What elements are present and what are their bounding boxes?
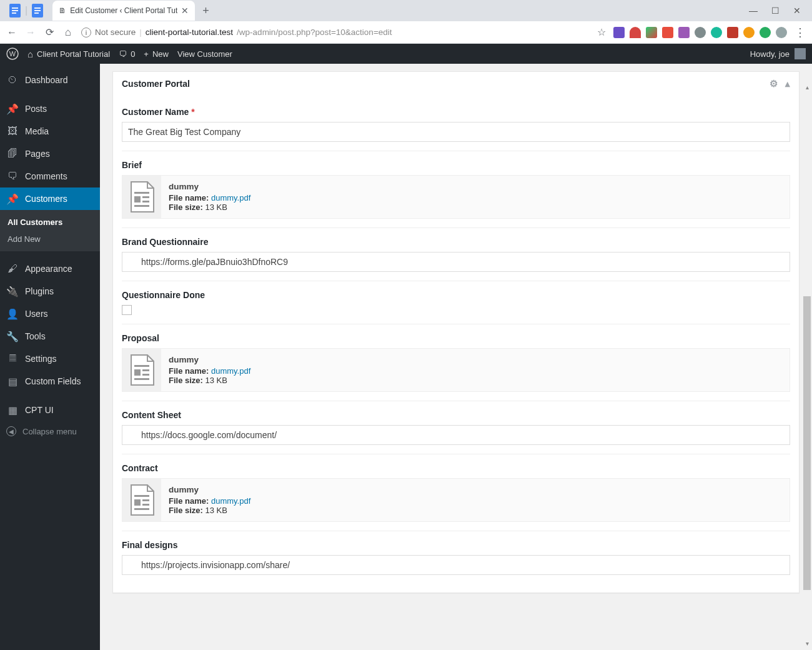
file-title: dummy [169, 182, 250, 191]
new-tab-button[interactable]: + [195, 4, 217, 18]
admin-bar-account[interactable]: Howdy, joe [750, 48, 806, 59]
address-bar-row: ← → ⟳ ⌂ i Not secure | client-portal-tut… [0, 21, 812, 44]
admin-sidebar: ⏲Dashboard 📌Posts 🖾Media 🗐Pages 🗨Comment… [0, 64, 100, 650]
field-label: Brief [122, 160, 790, 170]
file-link[interactable]: dummy.pdf [211, 193, 250, 202]
sliders-icon: 𝄜 [6, 352, 19, 365]
maximize-icon[interactable]: ☐ [771, 6, 780, 16]
address-bar[interactable]: i Not secure | client-portal-tutorial.te… [81, 28, 590, 38]
site-info-icon[interactable]: i [81, 28, 91, 38]
sidebar-item-label: Custom Fields [25, 376, 81, 386]
collapse-panel-icon[interactable]: ▴ [785, 78, 790, 89]
scroll-up-icon[interactable]: ▴ [802, 84, 812, 94]
field-content-sheet: Content Sheet [122, 401, 790, 454]
svg-rect-19 [134, 378, 149, 380]
extension-icon[interactable] [711, 27, 722, 38]
field-label: Final designs [122, 540, 790, 550]
file-title: dummy [169, 355, 250, 364]
scrollbar-thumb[interactable] [803, 296, 811, 590]
sidebar-item-label: Posts [25, 104, 47, 114]
sidebar-item-comments[interactable]: 🗨Comments [0, 165, 100, 188]
questionnaire-done-checkbox[interactable] [122, 305, 132, 315]
sidebar-item-label: Media [25, 126, 49, 136]
sidebar-item-label: Dashboard [25, 75, 68, 85]
back-icon[interactable]: ← [6, 27, 17, 38]
reload-icon[interactable]: ⟳ [44, 26, 55, 38]
field-label: Questionnaire Done [122, 290, 790, 300]
bookmark-star-icon[interactable]: ☆ [597, 26, 606, 38]
sidebar-item-posts[interactable]: 📌Posts [0, 98, 100, 120]
site-title: Client Portal Tutorial [37, 49, 110, 59]
scroll-down-icon[interactable]: ▾ [802, 640, 812, 650]
gear-icon[interactable]: ⚙ [770, 78, 778, 89]
extension-icon[interactable] [662, 27, 673, 38]
file-attachment[interactable]: dummy File name: dummy.pdf File size: 13… [122, 478, 790, 522]
close-tab-icon[interactable]: ✕ [181, 6, 189, 16]
plus-icon: + [144, 49, 149, 59]
sidebar-item-customers[interactable]: 📌Customers [0, 188, 100, 210]
extension-icon[interactable] [695, 27, 706, 38]
file-link[interactable]: dummy.pdf [211, 496, 250, 506]
field-proposal: Proposal dummy File name: dummy.pdf File… [122, 324, 790, 401]
view-customer-link[interactable]: View Customer [177, 49, 232, 59]
sidebar-item-media[interactable]: 🖾Media [0, 120, 100, 142]
svg-rect-23 [142, 504, 149, 506]
field-questionnaire-done: Questionnaire Done [122, 281, 790, 324]
sidebar-item-settings[interactable]: 𝄜Settings [0, 348, 100, 370]
field-customer-name: Customer Name * [122, 98, 790, 151]
extension-icon[interactable] [646, 27, 657, 38]
sidebar-item-custom-fields[interactable]: ▤Custom Fields [0, 370, 100, 392]
sidebar-item-tools[interactable]: 🔧Tools [0, 325, 100, 348]
file-link[interactable]: dummy.pdf [211, 366, 250, 376]
sidebar-item-dashboard[interactable]: ⏲Dashboard [0, 69, 100, 91]
browser-tab[interactable]: 🗎 Edit Customer ‹ Client Portal Tut ✕ [52, 1, 195, 21]
forward-icon[interactable]: → [25, 27, 36, 38]
sidebar-item-plugins[interactable]: 🔌Plugins [0, 280, 100, 302]
new-content-link[interactable]: + New [144, 49, 169, 59]
field-label: Brand Questionnaire [122, 237, 790, 247]
extension-icon[interactable] [743, 27, 755, 38]
customer-portal-postbox: Customer Portal ⚙ ▴ Customer Name * Brie… [112, 71, 800, 593]
extension-icon[interactable] [760, 27, 771, 38]
field-label: Content Sheet [122, 410, 790, 420]
file-attachment[interactable]: dummy File name: dummy.pdf File size: 13… [122, 175, 790, 219]
file-attachment[interactable]: dummy File name: dummy.pdf File size: 13… [122, 348, 790, 392]
content-sheet-input[interactable] [122, 425, 790, 445]
minimize-icon[interactable]: — [749, 6, 758, 16]
sidebar-item-label: Comments [25, 171, 67, 181]
extension-icon[interactable] [613, 27, 625, 38]
submenu-add-new[interactable]: Add New [0, 231, 100, 248]
new-label: New [152, 49, 169, 59]
google-docs-icon[interactable] [7, 3, 22, 18]
sidebar-item-users[interactable]: 👤Users [0, 302, 100, 325]
site-name-link[interactable]: ⌂ Client Portal Tutorial [27, 49, 110, 59]
document-icon [122, 479, 161, 521]
browser-menu-icon[interactable]: ⋮ [795, 26, 806, 39]
brand-questionnaire-input[interactable] [122, 252, 790, 272]
svg-rect-21 [134, 499, 141, 506]
extension-icon[interactable] [630, 27, 641, 38]
scrollbar[interactable]: ▴ ▾ [802, 84, 812, 650]
home-icon[interactable]: ⌂ [62, 26, 74, 39]
extension-icon[interactable] [678, 27, 690, 38]
sidebar-item-label: Tools [25, 331, 46, 341]
customer-name-input[interactable] [122, 122, 790, 142]
extension-icons [613, 27, 787, 38]
google-docs-icon-2[interactable] [30, 3, 45, 18]
submenu-all-customers[interactable]: All Customers [0, 214, 100, 231]
sidebar-item-appearance[interactable]: 🖌Appearance [0, 258, 100, 280]
wp-logo-icon[interactable]: W [6, 48, 19, 60]
profile-icon[interactable] [776, 27, 787, 38]
final-designs-input[interactable] [122, 555, 790, 575]
postbox-header: Customer Portal ⚙ ▴ [113, 72, 799, 96]
sidebar-item-pages[interactable]: 🗐Pages [0, 142, 100, 165]
extension-icon[interactable] [727, 27, 738, 38]
field-brief: Brief dummy File name: dummy.pdf File si… [122, 151, 790, 228]
close-window-icon[interactable]: ✕ [793, 6, 801, 16]
field-label: Proposal [122, 333, 790, 343]
sidebar-item-cpt-ui[interactable]: ▦CPT UI [0, 399, 100, 421]
collapse-menu-button[interactable]: ◀Collapse menu [0, 421, 100, 441]
svg-rect-20 [134, 495, 149, 497]
comments-link[interactable]: 🗨 0 [119, 49, 135, 59]
sidebar-item-label: Users [25, 309, 48, 319]
